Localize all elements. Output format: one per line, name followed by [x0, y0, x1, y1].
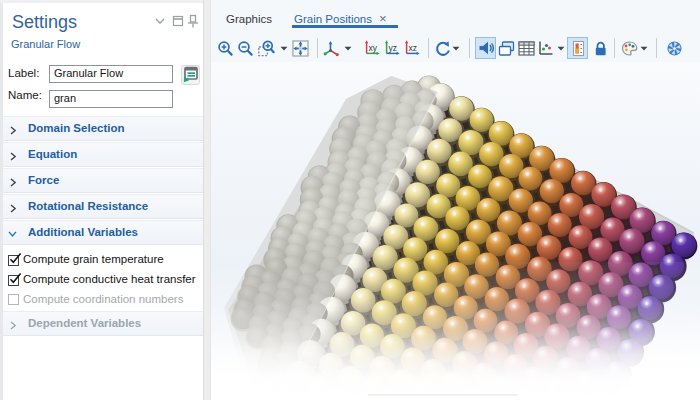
svg-text:yz: yz — [388, 43, 397, 53]
svg-text:xy: xy — [369, 43, 378, 53]
svg-text:xz: xz — [408, 43, 417, 53]
